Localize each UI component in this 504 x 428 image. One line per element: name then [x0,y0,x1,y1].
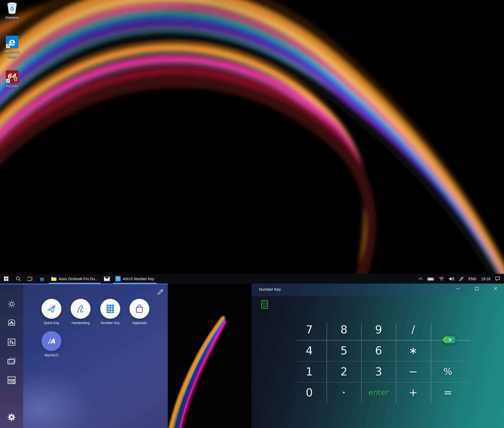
launcher-app-label: AppDeals [126,321,153,325]
taskbar-window-zenbook[interactable]: Asus Zenbook Pro Du... [48,274,101,284]
minimize-icon [456,287,460,290]
screen: Корзина e Microsoft Edge 64 [0,0,504,428]
launcher-sidebar [0,284,23,428]
window-title: Number Key [259,287,281,291]
launcher-app-myasus[interactable]: /A MyASUS [38,331,65,357]
launcher-app-handwriting[interactable]: Handwriting [67,299,94,325]
numpad-grid: 789/456∗123−%0·enter+= [292,319,465,403]
desktop-icon-label: Microsoft Edge [2,49,22,59]
tray-volume-icon[interactable] [447,274,456,284]
taskbar: e Asus Zenbook Pro Du... ASUS Number Key [0,274,504,284]
numpad-key-3[interactable]: 3 [361,361,396,382]
desktop: Корзина e Microsoft Edge 64 [0,0,504,274]
app-navigator-icon [8,319,15,327]
appdeals-icon [129,299,149,319]
action-center-icon[interactable] [493,274,502,284]
search-button[interactable] [12,274,24,284]
numpad-key-7[interactable]: 7 [292,319,327,340]
maximize-button[interactable] [471,284,482,293]
numpad-key-backspace[interactable] [442,336,456,343]
app-navigator-button[interactable] [0,317,23,329]
shortcut-arrow-icon [6,44,10,48]
quick-key-icon [41,299,61,319]
numpad-key-5[interactable]: 5 [327,340,361,361]
taskbar-window-label: Asus Zenbook Pro Du... [59,277,98,281]
numpad-key-enter[interactable]: enter [361,382,396,403]
desktop-icon-label: Корзина [2,15,22,20]
numpad-key-decimal[interactable]: · [327,382,361,403]
desktop-icon-aida64[interactable]: 64 AIDA64 [2,70,22,89]
desktop-icon-label: AIDA64 [2,84,22,89]
gear-icon [7,413,16,421]
svg-text:/A: /A [48,338,55,345]
system-tray: ENG 19:18 [416,274,504,284]
desktop-wallpaper [0,0,504,274]
close-icon [494,287,497,290]
screenpad-wallpaper [168,284,251,428]
shortcut-arrow-icon [6,79,10,83]
tray-clock[interactable]: 19:18 [479,274,493,284]
number-key-app-icon [100,299,120,319]
task-view-button[interactable] [24,274,36,284]
folder-icon [51,276,57,281]
screenpad: Quick Key Handwriting Number Key AppDeal… [0,284,504,428]
numpad-key-1[interactable]: 1 [292,361,327,382]
numpad-key-equals[interactable]: = [430,382,465,403]
numpad-key-8[interactable]: 8 [327,319,361,340]
number-key-titlebar[interactable]: Number Key [251,284,504,296]
start-button[interactable] [0,274,12,284]
launcher-app-label: Number Key [97,321,123,325]
launcher-app-label: MyASUS [38,353,65,357]
close-button[interactable] [490,284,501,293]
numpad-key-multiply[interactable]: ∗ [396,340,430,361]
number-key-icon [115,276,121,281]
svg-text:e: e [40,275,45,282]
launcher-app-quick-key[interactable]: Quick Key [38,299,65,325]
edge-icon: e [6,36,18,48]
taskbar-spacer [157,274,416,284]
numpad-key-6[interactable]: 6 [361,340,396,361]
numpad-key-percent[interactable]: % [430,361,465,382]
window-to-screenpad-button[interactable] [0,355,23,367]
keyboard-dock-icon [7,376,16,384]
edit-launcher-button[interactable] [156,288,164,296]
numpad-key-0[interactable]: 0 [292,382,327,403]
numpad-key-plus[interactable]: + [396,382,430,403]
keyboard-dock-button[interactable] [0,374,23,386]
handwriting-icon [71,299,91,319]
taskbar-window-number-key[interactable]: ASUS Number Key [113,274,158,284]
settings-button[interactable] [0,411,23,423]
numpad-key-divide[interactable]: / [396,319,430,340]
numpad-key-2[interactable]: 2 [327,361,361,382]
desktop-icon-edge[interactable]: e Microsoft Edge [2,36,22,59]
tray-battery-icon[interactable] [425,274,437,284]
launcher-app-appdeals[interactable]: AppDeals [126,299,153,325]
numpad-key-minus[interactable]: − [396,361,430,382]
brightness-icon [8,300,15,308]
screenpad-launcher: Quick Key Handwriting Number Key AppDeal… [0,284,168,428]
tray-language[interactable]: ENG [466,274,479,284]
brightness-button[interactable] [0,298,23,310]
tray-pen-icon[interactable] [456,274,466,284]
minimize-button[interactable] [452,284,464,293]
numpad-key-9[interactable]: 9 [361,319,396,340]
recycle-bin-icon [6,2,18,14]
desktop-icon-recycle-bin[interactable]: Корзина [2,2,22,20]
window-icon [7,358,16,364]
edge-taskbar-icon[interactable]: e [36,274,48,284]
tray-wifi-icon[interactable] [437,274,447,284]
launcher-app-number-key[interactable]: Number Key [97,299,123,325]
taskbar-mail-icon[interactable] [101,274,113,284]
launcher-app-label: Handwriting [67,321,94,325]
aida64-icon: 64 [6,70,18,83]
numpad-key-4[interactable]: 4 [292,340,327,361]
tray-chevron-icon[interactable] [416,274,425,284]
task-swap-button[interactable] [0,336,23,348]
pencil-icon [157,289,164,295]
launcher-app-label: Quick Key [38,321,65,325]
task-swap-icon [8,338,15,346]
maximize-icon [475,287,479,290]
taskbar-window-label: ASUS Number Key [123,277,154,281]
numpad-mode-icon[interactable] [261,300,268,310]
myasus-icon: /A [41,331,61,351]
